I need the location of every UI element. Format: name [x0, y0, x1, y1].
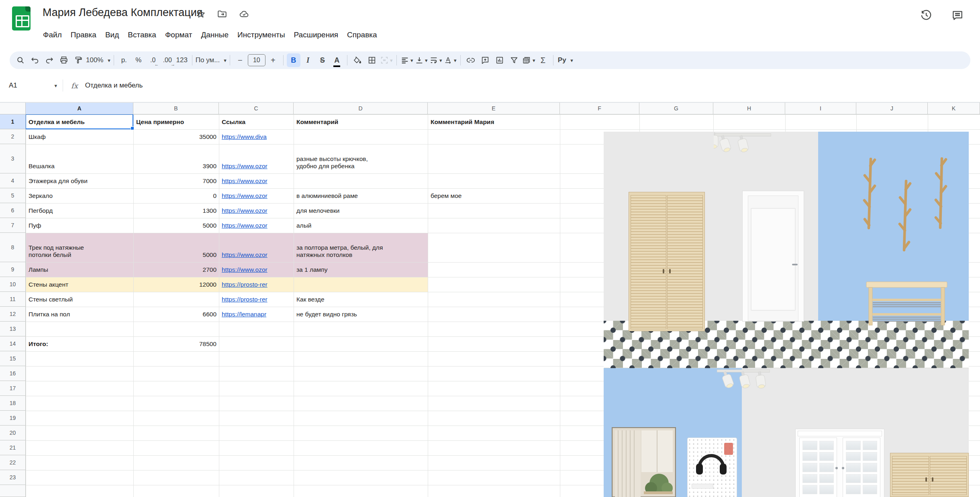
cell-D11[interactable]: Как везде: [294, 292, 428, 307]
format-percent-button[interactable]: %: [132, 53, 145, 67]
comments-icon[interactable]: [951, 9, 964, 22]
menu-item-4[interactable]: Вставка: [123, 29, 161, 41]
sheets-logo-icon[interactable]: [12, 6, 31, 31]
row-header-12[interactable]: 12: [0, 307, 26, 322]
row-header-8[interactable]: 8: [0, 233, 26, 262]
cell-B12[interactable]: 6600: [133, 307, 219, 322]
cell-A12[interactable]: Плитка на пол: [26, 307, 133, 322]
column-header-A[interactable]: A: [26, 102, 133, 114]
column-header-F[interactable]: F: [560, 102, 639, 114]
cell-E1[interactable]: Комментарий Мария: [428, 114, 560, 129]
cell-A14[interactable]: Итого:: [26, 336, 133, 351]
document-title[interactable]: Мария Лебедева Комплектация: [43, 6, 202, 19]
column-header-D[interactable]: D: [294, 102, 428, 114]
cell-C2[interactable]: https://www.diva: [219, 129, 294, 144]
spreadsheet-grid[interactable]: ABCDEFGHIJK12345678910111213141516171819…: [0, 102, 980, 497]
paint-format-button[interactable]: [71, 53, 85, 67]
row-header-3[interactable]: 3: [0, 144, 26, 173]
cell-D8[interactable]: за полтора метра, белый, для натяжных по…: [294, 233, 428, 262]
cell-A7[interactable]: Пуф: [26, 218, 133, 233]
row-header-11[interactable]: 11: [0, 292, 26, 307]
undo-button[interactable]: [28, 53, 42, 67]
row-header-17[interactable]: 17: [0, 381, 26, 396]
cell-B2[interactable]: 35000: [133, 129, 219, 144]
zoom-select[interactable]: 100% ▾: [86, 53, 110, 67]
column-header-J[interactable]: J: [856, 102, 928, 114]
cell-A2[interactable]: Шкаф: [26, 129, 133, 144]
menu-item-9[interactable]: Справка: [343, 29, 382, 41]
row-header-10[interactable]: 10: [0, 277, 26, 292]
row-header-7[interactable]: 7: [0, 218, 26, 233]
cell-C8[interactable]: https://www.ozor: [219, 233, 294, 262]
cell-D5[interactable]: в алюминиевой раме: [294, 188, 428, 203]
cell-B14[interactable]: 78500: [133, 336, 219, 351]
cell-A8[interactable]: Трек под натяжные потолки белый: [26, 233, 133, 262]
cell-A6[interactable]: Пегборд: [26, 203, 133, 218]
cell-A11[interactable]: Стены светлый: [26, 292, 133, 307]
cell-D3[interactable]: разные высоты крючков, удобно для ребенк…: [294, 144, 428, 173]
italic-button[interactable]: I: [301, 53, 315, 67]
version-history-icon[interactable]: [920, 9, 933, 22]
cell-A5[interactable]: Зеркало: [26, 188, 133, 203]
increase-decimals-button[interactable]: .00→: [161, 53, 174, 67]
cell-B7[interactable]: 5000: [133, 218, 219, 233]
cell-B8[interactable]: 5000: [133, 233, 219, 262]
column-header-C[interactable]: C: [219, 102, 294, 114]
strikethrough-button[interactable]: S: [316, 53, 329, 67]
row-header-24-partial[interactable]: [0, 485, 26, 497]
column-header-I[interactable]: I: [785, 102, 856, 114]
cell-D7[interactable]: алый: [294, 218, 428, 233]
vertical-align-button[interactable]: ▾: [414, 53, 428, 67]
cell-D1[interactable]: Комментарий: [294, 114, 428, 129]
row-header-22[interactable]: 22: [0, 455, 26, 470]
cell-A4[interactable]: Этажерка для обуви: [26, 173, 133, 188]
create-filter-button[interactable]: [507, 53, 521, 67]
column-header-B[interactable]: B: [133, 102, 219, 114]
cell-C5[interactable]: https://www.ozor: [219, 188, 294, 203]
borders-button[interactable]: [365, 53, 379, 67]
insert-link-button[interactable]: [464, 53, 478, 67]
cell-B4[interactable]: 7000: [133, 173, 219, 188]
column-header-H[interactable]: H: [713, 102, 785, 114]
cell-A9[interactable]: Лампы: [26, 262, 133, 277]
column-header-E[interactable]: E: [428, 102, 560, 114]
menu-item-2[interactable]: Правка: [66, 29, 101, 41]
row-header-9[interactable]: 9: [0, 262, 26, 277]
redo-button[interactable]: [43, 53, 56, 67]
cell-B1[interactable]: Цена примерно: [133, 114, 219, 129]
row-header-16[interactable]: 16: [0, 366, 26, 381]
fill-handle[interactable]: [131, 126, 134, 130]
cell-C1[interactable]: Ссылка: [219, 114, 294, 129]
row-header-1[interactable]: 1: [0, 114, 26, 129]
menu-item-5[interactable]: Формат: [161, 29, 197, 41]
column-header-G[interactable]: G: [639, 102, 713, 114]
more-formats-button[interactable]: 123: [175, 53, 189, 67]
text-wrap-button[interactable]: ▾: [429, 53, 443, 67]
menu-item-6[interactable]: Данные: [196, 29, 233, 41]
decrease-font-size-button[interactable]: −: [233, 53, 247, 67]
cell-B9[interactable]: 2700: [133, 262, 219, 277]
cell-C9[interactable]: https://www.ozor: [219, 262, 294, 277]
cell-B10[interactable]: 12000: [133, 277, 219, 292]
row-header-21[interactable]: 21: [0, 440, 26, 455]
fill-color-button[interactable]: [351, 53, 364, 67]
row-header-5[interactable]: 5: [0, 188, 26, 203]
row-header-19[interactable]: 19: [0, 411, 26, 426]
select-all-corner[interactable]: [0, 102, 26, 114]
cell-B3[interactable]: 3900: [133, 144, 219, 173]
cell-A3[interactable]: Вешалка: [26, 144, 133, 173]
bold-button[interactable]: B: [287, 53, 300, 67]
cell-E5[interactable]: берем мое: [428, 188, 560, 203]
menu-item-3[interactable]: Вид: [101, 29, 123, 41]
row-header-18[interactable]: 18: [0, 396, 26, 411]
menu-item-7[interactable]: Инструменты: [233, 29, 289, 41]
row-header-6[interactable]: 6: [0, 203, 26, 218]
cell-C6[interactable]: https://www.ozor: [219, 203, 294, 218]
text-rotation-button[interactable]: ▾: [443, 53, 457, 67]
row-header-2[interactable]: 2: [0, 129, 26, 144]
formula-input[interactable]: Отделка и мебель: [85, 81, 143, 90]
increase-font-size-button[interactable]: +: [266, 53, 280, 67]
menu-item-1[interactable]: Файл: [39, 29, 66, 41]
cell-name-box[interactable]: A1▾: [9, 81, 63, 90]
row-header-4[interactable]: 4: [0, 173, 26, 188]
